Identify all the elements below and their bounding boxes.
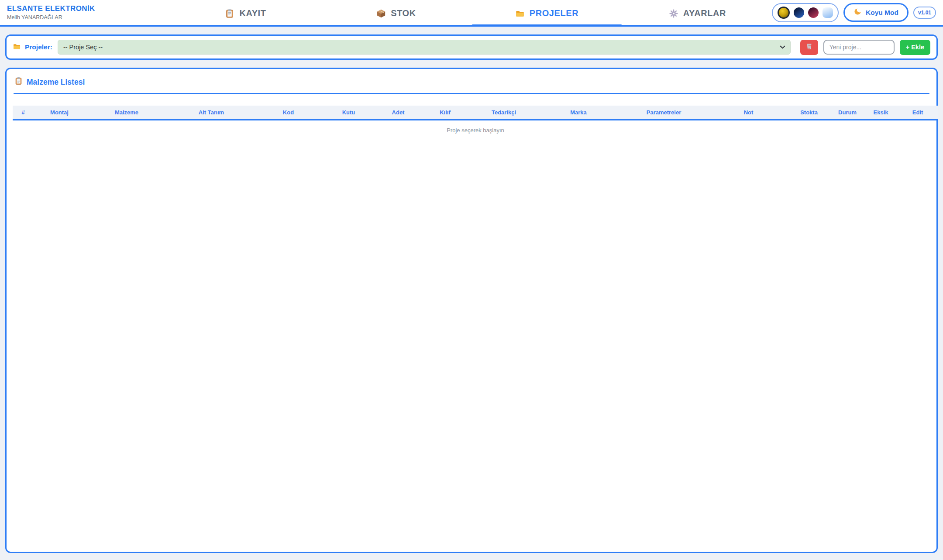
column-header-kilif: Kılıf bbox=[421, 106, 469, 120]
brand-title: ELSANTE ELEKTRONİK bbox=[7, 4, 95, 13]
tab-label: AYARLAR bbox=[683, 8, 726, 18]
theme-swatch-crimson[interactable] bbox=[808, 7, 819, 18]
add-project-button[interactable]: + Ekle bbox=[900, 40, 930, 55]
tab-kayit[interactable]: KAYIT bbox=[170, 0, 321, 27]
tab-ayarlar[interactable]: AYARLAR bbox=[622, 0, 773, 27]
column-header-malzeme: Malzeme bbox=[85, 106, 168, 120]
column-header-index: # bbox=[13, 106, 34, 120]
column-header-marka: Marka bbox=[539, 106, 618, 120]
column-header-parametreler: Parametreler bbox=[618, 106, 709, 120]
column-header-kod: Kod bbox=[255, 106, 322, 120]
tab-projeler[interactable]: PROJELER bbox=[472, 0, 622, 27]
tab-stok[interactable]: STOK bbox=[321, 0, 472, 27]
tab-label: STOK bbox=[391, 8, 416, 18]
column-header-tedarikci: Tedarikçi bbox=[469, 106, 539, 120]
projects-label-group: Projeler: bbox=[13, 42, 52, 52]
column-header-durum: Durum bbox=[830, 106, 864, 120]
materials-table: # Montaj Malzeme Alt Tanım Kod Kutu Adet… bbox=[13, 106, 938, 141]
package-icon bbox=[376, 9, 386, 18]
project-toolbar: Projeler: -- Proje Seç -- + Ekle bbox=[5, 34, 938, 60]
dark-mode-button[interactable]: Koyu Mod bbox=[843, 3, 909, 22]
clipboard-icon bbox=[14, 77, 23, 87]
materials-table-head: # Montaj Malzeme Alt Tanım Kod Kutu Adet… bbox=[13, 106, 938, 120]
folder-icon bbox=[13, 42, 21, 52]
column-header-kutu: Kutu bbox=[322, 106, 375, 120]
version-badge: v1.01 bbox=[913, 7, 936, 19]
trash-icon bbox=[805, 42, 813, 52]
title-divider bbox=[14, 93, 929, 94]
materials-panel: Malzeme Listesi # Montaj Malzeme Alt Tan… bbox=[5, 68, 938, 553]
theme-picker bbox=[772, 3, 839, 22]
tab-label: PROJELER bbox=[530, 8, 579, 18]
column-header-edit: Edit bbox=[897, 106, 938, 120]
delete-project-button[interactable] bbox=[800, 40, 818, 55]
column-header-not: Not bbox=[709, 106, 788, 120]
dark-mode-label: Koyu Mod bbox=[866, 9, 898, 17]
gear-icon bbox=[669, 9, 678, 18]
project-select[interactable]: -- Proje Seç -- bbox=[58, 40, 791, 55]
brand: ELSANTE ELEKTRONİK Melih YANARDAĞLAR bbox=[7, 4, 95, 21]
materials-table-body: Proje seçerek başlayın bbox=[13, 120, 938, 141]
new-project-input[interactable] bbox=[823, 40, 895, 55]
app-header: ELSANTE ELEKTRONİK Melih YANARDAĞLAR KAY… bbox=[0, 0, 943, 27]
tab-label: KAYIT bbox=[239, 8, 266, 18]
theme-swatch-gold[interactable] bbox=[778, 7, 790, 19]
column-header-montaj: Montaj bbox=[34, 106, 85, 120]
brand-subtitle: Melih YANARDAĞLAR bbox=[7, 14, 95, 21]
theme-swatch-navy[interactable] bbox=[794, 7, 804, 18]
materials-title: Malzeme Listesi bbox=[27, 78, 85, 87]
header-row: # Montaj Malzeme Alt Tanım Kod Kutu Adet… bbox=[13, 106, 938, 120]
column-header-stokta: Stokta bbox=[788, 106, 830, 120]
project-select-wrap: -- Proje Seç -- bbox=[58, 40, 791, 55]
clipboard-icon bbox=[225, 9, 234, 18]
column-header-alt-tanim: Alt Tanım bbox=[168, 106, 255, 120]
empty-state-row: Proje seçerek başlayın bbox=[13, 120, 938, 141]
moon-icon bbox=[854, 7, 862, 17]
theme-swatch-light-blue[interactable] bbox=[823, 7, 833, 18]
materials-title-group: Malzeme Listesi bbox=[13, 76, 930, 87]
main-nav: KAYIT STOK PROJELER bbox=[170, 0, 773, 27]
column-header-eksik: Eksik bbox=[864, 106, 897, 120]
header-right: Koyu Mod v1.01 bbox=[772, 3, 936, 22]
projects-label: Projeler: bbox=[25, 43, 52, 51]
empty-state-message: Proje seçerek başlayın bbox=[13, 120, 938, 141]
folder-icon bbox=[515, 9, 525, 18]
column-header-adet: Adet bbox=[375, 106, 421, 120]
